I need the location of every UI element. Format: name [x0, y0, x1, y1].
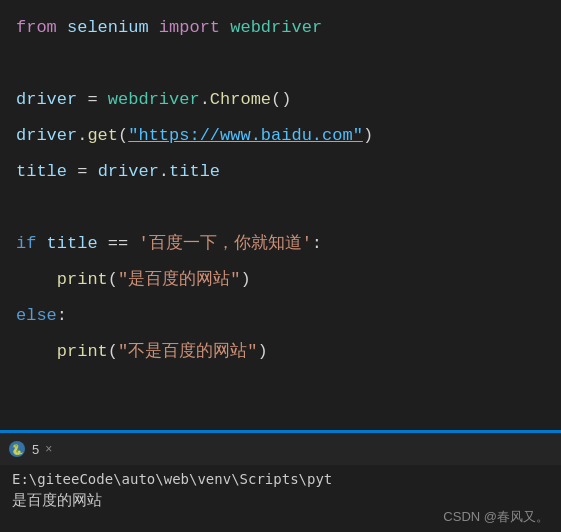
code-editor: from selenium import webdriver driver = …: [0, 0, 561, 430]
space3: [36, 226, 46, 262]
parens: (): [271, 82, 291, 118]
chrome-fn: Chrome: [210, 82, 271, 118]
title-ref: title: [47, 226, 98, 262]
colon2: :: [57, 298, 67, 334]
driver-ref2: driver: [98, 154, 159, 190]
keyword-import: import: [159, 10, 220, 46]
dot: .: [200, 82, 210, 118]
terminal-path: E:\giteeCode\auto\web\venv\Scripts\pyt: [12, 471, 549, 487]
url-string: "https://www.baidu.com": [128, 118, 363, 154]
webdriver-ref: webdriver: [108, 82, 200, 118]
svg-text:🐍: 🐍: [11, 443, 24, 456]
indent1: [16, 262, 57, 298]
eq-op: =: [67, 154, 98, 190]
title-attr: title: [169, 154, 220, 190]
open-paren: (: [118, 118, 128, 154]
close-paren: ): [363, 118, 373, 154]
cmp-op: ==: [98, 226, 139, 262]
driver-var: driver: [16, 82, 77, 118]
code-line-10: print ( "不是百度的网站" ): [16, 334, 545, 370]
yes-string: "是百度的网站": [118, 262, 240, 298]
indent2: [16, 334, 57, 370]
title-var: title: [16, 154, 67, 190]
space: [149, 10, 159, 46]
no-string: "不是百度的网站": [118, 334, 257, 370]
baidu-string: '百度一下，你就知道': [138, 226, 311, 262]
csdn-watermark: CSDN @春风又。: [443, 508, 549, 526]
python-icon: 🐍: [8, 440, 26, 458]
code-line-empty-1: [16, 46, 545, 82]
code-line-3: driver = webdriver . Chrome (): [16, 82, 545, 118]
print-fn: print: [57, 262, 108, 298]
close-paren3: ): [257, 334, 267, 370]
terminal-output-text: 是百度的网站: [12, 491, 102, 510]
print-fn2: print: [57, 334, 108, 370]
python-svg: 🐍: [9, 441, 25, 457]
terminal-panel: 🐍 5 × E:\giteeCode\auto\web\venv\Scripts…: [0, 433, 561, 532]
terminal-tab[interactable]: 5 ×: [32, 442, 52, 457]
close-paren2: ): [240, 262, 250, 298]
tab-close-button[interactable]: ×: [45, 442, 52, 456]
keyword-from: from: [16, 10, 57, 46]
code-line-7: if title == '百度一下，你就知道' :: [16, 226, 545, 262]
space: [220, 10, 230, 46]
space: [57, 10, 67, 46]
get-fn: get: [87, 118, 118, 154]
tab-number: 5: [32, 442, 39, 457]
code-line-8: print ( "是百度的网站" ): [16, 262, 545, 298]
code-line-9: else :: [16, 298, 545, 334]
operator: =: [77, 82, 108, 118]
open-paren2: (: [108, 262, 118, 298]
code-line-5: title = driver . title: [16, 154, 545, 190]
driver-var2: driver: [16, 118, 77, 154]
dot2: .: [159, 154, 169, 190]
dot-get: .: [77, 118, 87, 154]
colon: :: [312, 226, 322, 262]
code-line-4: driver . get ( "https://www.baidu.com" ): [16, 118, 545, 154]
module-name: selenium: [67, 10, 149, 46]
terminal-content-area: E:\giteeCode\auto\web\venv\Scripts\pyt 是…: [0, 465, 561, 532]
code-line-1: from selenium import webdriver: [16, 10, 545, 46]
keyword-else: else: [16, 298, 57, 334]
code-line-empty-2: [16, 190, 545, 226]
open-paren3: (: [108, 334, 118, 370]
webdriver-name: webdriver: [230, 10, 322, 46]
keyword-if: if: [16, 226, 36, 262]
terminal-tab-bar: 🐍 5 ×: [0, 433, 561, 465]
